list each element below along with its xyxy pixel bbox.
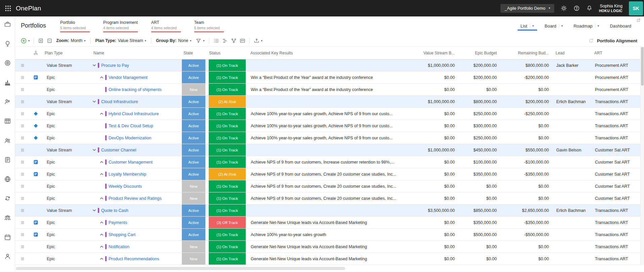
item-name-link[interactable]: Shopping Cart xyxy=(109,232,135,237)
column-header-plan-type[interactable]: Plan Type xyxy=(42,51,91,55)
drag-handle-icon[interactable] xyxy=(20,196,25,201)
drag-handle-icon[interactable] xyxy=(20,232,25,237)
status-chip[interactable]: (2) At Risk xyxy=(209,96,246,107)
state-chip[interactable]: New xyxy=(182,180,205,192)
row-chevron-down-icon[interactable] xyxy=(92,99,98,104)
column-header-associated-key-results[interactable]: Associated Key Results xyxy=(248,51,413,55)
drag-handle-icon[interactable] xyxy=(20,87,25,92)
view-caret-list[interactable]: ▾ xyxy=(530,24,537,28)
drag-handle-icon[interactable] xyxy=(20,160,25,165)
state-chip[interactable]: Active xyxy=(182,108,205,120)
row-chevron-up-icon[interactable] xyxy=(99,160,105,164)
column-header-lead[interactable]: Lead xyxy=(553,51,592,55)
state-chip[interactable]: Active xyxy=(182,59,205,71)
expand-all-icon[interactable] xyxy=(38,38,44,44)
row-chevron-up-icon[interactable] xyxy=(99,172,105,176)
item-name-link[interactable]: Product Recommendations xyxy=(109,257,159,261)
column-header-remaining-bud[interactable]: Remaining Bud... xyxy=(501,51,553,55)
group-by-dropdown[interactable]: Group By: None ▾ xyxy=(156,38,191,43)
column-header-value-stream-b[interactable]: Value Stream B... xyxy=(413,51,459,55)
filter-team[interactable]: Team5 items selected xyxy=(194,20,224,32)
sidebar-item-backlog[interactable] xyxy=(0,156,15,176)
filter-dropdown[interactable]: ▾ xyxy=(196,38,204,44)
sidebar-item-grid[interactable] xyxy=(0,118,15,137)
state-chip[interactable]: New xyxy=(182,241,205,253)
status-chip[interactable]: (1) On Track xyxy=(209,253,246,265)
status-chip[interactable]: (1) On Track xyxy=(209,205,246,216)
card-view-icon[interactable] xyxy=(240,38,245,44)
view-tab-dashboard[interactable]: Dashboard xyxy=(608,24,633,29)
app-launcher-icon[interactable] xyxy=(4,5,12,12)
sidebar-item-roadmap[interactable] xyxy=(0,234,15,253)
status-chip[interactable]: (1) On Track xyxy=(209,84,246,95)
row-chevron-up-icon[interactable] xyxy=(99,196,105,200)
plan-type-dropdown[interactable]: Plan Type: Value Stream ▾ xyxy=(95,38,146,43)
drag-handle-icon[interactable] xyxy=(20,135,25,141)
state-chip[interactable]: Active xyxy=(182,96,205,107)
filter-portfolio[interactable]: Portfolio5 items selected xyxy=(60,20,90,32)
item-name-link[interactable]: Weekly Discounts xyxy=(109,184,142,189)
item-name-link[interactable]: Customer Channel xyxy=(101,148,136,152)
item-name-link[interactable]: Hybrid Cloud Infrastructure xyxy=(109,111,159,116)
state-chip[interactable]: New xyxy=(182,253,205,265)
status-chip[interactable]: (1) On Track xyxy=(209,132,246,144)
avatar[interactable]: SK xyxy=(629,1,643,15)
status-chip[interactable]: (1) On Track xyxy=(209,108,246,120)
status-chip[interactable]: (1) On Track xyxy=(209,229,246,240)
zoom-dropdown[interactable]: Zoom: Month ▾ xyxy=(56,38,85,43)
state-chip[interactable]: Active xyxy=(182,132,205,144)
drag-handle-icon[interactable] xyxy=(20,256,25,262)
item-name-link[interactable]: Notification xyxy=(109,244,129,249)
status-chip[interactable]: (1) On Track xyxy=(209,156,246,168)
state-chip[interactable]: Active xyxy=(182,120,205,132)
drag-handle-icon[interactable] xyxy=(20,147,25,153)
horizontal-scrollbar-thumb[interactable] xyxy=(16,267,345,270)
refresh-icon[interactable] xyxy=(588,38,594,44)
column-header-art[interactable]: ART xyxy=(592,51,640,55)
view-tab-board[interactable]: Board xyxy=(542,24,558,29)
item-name-link[interactable]: Product Review and Ratings xyxy=(109,196,162,201)
status-chip[interactable]: (1) On Track xyxy=(209,192,246,204)
add-item-button[interactable]: ▾ xyxy=(21,38,30,44)
status-chip[interactable]: (1) On Track xyxy=(209,180,246,192)
sidebar-item-ideas[interactable] xyxy=(0,40,15,60)
state-chip[interactable]: New xyxy=(182,192,205,204)
drag-handle-icon[interactable] xyxy=(20,123,25,129)
item-name-link[interactable]: Loyalty Membership xyxy=(109,172,146,177)
export-button[interactable]: ▾ xyxy=(254,38,262,44)
sidebar-item-resources[interactable] xyxy=(0,98,15,118)
column-header-name[interactable]: Name xyxy=(91,51,181,55)
item-name-link[interactable]: Payments xyxy=(109,220,127,225)
item-name-link[interactable]: Vendor Management xyxy=(109,75,148,80)
row-chevron-up-icon[interactable] xyxy=(99,244,105,249)
row-chevron-up-icon[interactable] xyxy=(99,257,105,261)
state-chip[interactable]: Active xyxy=(182,217,205,228)
horizontal-scrollbar[interactable] xyxy=(15,265,644,272)
item-name-link[interactable]: Test & Dev Cloud Setup xyxy=(109,124,153,128)
item-name-link[interactable]: Quote to Cash xyxy=(101,208,128,213)
vertical-scrollbar[interactable] xyxy=(640,46,644,265)
sidebar-item-profile[interactable] xyxy=(0,253,15,272)
sidebar-item-groups[interactable] xyxy=(0,214,15,234)
state-chip[interactable]: Active xyxy=(182,72,205,83)
drag-handle-icon[interactable] xyxy=(20,111,25,117)
help-icon[interactable] xyxy=(573,5,580,11)
notifications-bell-icon[interactable] xyxy=(586,5,593,11)
row-chevron-up-icon[interactable] xyxy=(99,111,105,116)
filter-program-increment[interactable]: Program Increment4 items selected xyxy=(103,20,138,32)
sidebar-item-goals[interactable] xyxy=(0,59,15,79)
drag-handle-icon[interactable] xyxy=(20,99,25,104)
sidebar-item-portfolios[interactable] xyxy=(0,21,15,40)
drag-handle-icon[interactable] xyxy=(20,244,25,250)
row-chevron-down-icon[interactable] xyxy=(92,148,98,152)
status-chip[interactable]: (1) On Track xyxy=(209,144,246,156)
row-chevron-up-icon[interactable] xyxy=(99,75,105,80)
sidebar-item-insights[interactable] xyxy=(0,79,15,98)
state-chip[interactable]: Active xyxy=(182,144,205,156)
row-chevron-down-icon[interactable] xyxy=(92,208,98,213)
item-name-link[interactable]: Customer Management xyxy=(109,160,153,165)
view-tab-list[interactable]: List xyxy=(518,24,529,29)
row-chevron-up-icon[interactable] xyxy=(99,232,105,237)
row-chevron-up-icon[interactable] xyxy=(99,220,105,225)
state-chip[interactable]: Active xyxy=(182,156,205,168)
